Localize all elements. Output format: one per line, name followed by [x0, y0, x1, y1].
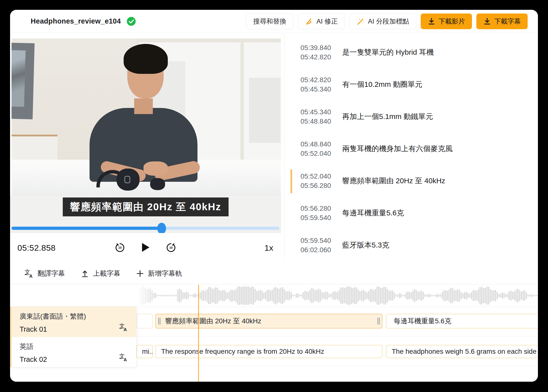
subtitle-end-time: 05:48.840	[300, 117, 342, 126]
svg-text:A: A	[124, 327, 127, 332]
active-row-indicator	[290, 169, 292, 193]
timeline: 響應頻率範圍由 20Hz 至 40kHz 每邊耳機重量5.6克 mi... Th…	[10, 284, 538, 382]
current-time: 05:52.858	[17, 243, 56, 253]
svg-text:10: 10	[118, 246, 122, 249]
timeline-subtitle-block[interactable]: The response frequency range is from 20H…	[155, 345, 382, 358]
subtitle-text: 是一隻雙單元的 Hybrid 耳機	[342, 47, 434, 57]
block-text: 每邊耳機重量5.6克	[394, 317, 451, 325]
subtitle-start-time: 05:52.040	[300, 172, 342, 181]
video-sideboard	[12, 135, 57, 163]
subtitle-row[interactable]: 05:52.04005:56.280 響應頻率範圍由 20Hz 至 40kHz	[285, 165, 538, 197]
timeline-subtitle-block[interactable]: mi...	[136, 345, 153, 358]
player-controls: 05:52.858 10 10 1x	[10, 233, 281, 262]
subtitle-end-time: 05:59.540	[300, 213, 342, 222]
subtitle-start-time: 05:59.540	[300, 236, 342, 245]
block-resize-handle[interactable]	[158, 318, 161, 325]
play-icon	[141, 242, 150, 253]
svg-text:A: A	[29, 274, 33, 278]
add-subtitle-track-button[interactable]: 新增字幕軌	[136, 269, 182, 278]
video-frame	[12, 39, 281, 196]
subtitle-end-time: 05:45.340	[300, 85, 342, 94]
waveform-fade	[134, 284, 157, 306]
header-actions: 搜尋和替換 AI 修正 AI 分段加標點 下載影片 下載字幕	[246, 13, 528, 29]
subtitle-list: 05:39.84005:42.820 是一隻雙單元的 Hybrid 耳機 05:…	[285, 33, 538, 262]
subtitle-row[interactable]: 05:39.84005:42.820 是一隻雙單元的 Hybrid 耳機	[285, 36, 538, 68]
translate-icon[interactable]: 文A	[119, 323, 128, 332]
timeline-subtitle-block[interactable]: The headphones weigh 5.6 grams on each s…	[386, 345, 538, 358]
timeline-subtitle-block[interactable]: 每邊耳機重量5.6克	[386, 314, 538, 328]
track-panel-row[interactable]: 英語 Track 02 文A	[12, 337, 136, 367]
play-button[interactable]	[141, 242, 150, 254]
track-panel-row[interactable]: 廣東話(書面語・繁體) Track 01 文A	[12, 307, 136, 337]
subtitle-start-time: 05:48.840	[300, 140, 342, 149]
playback-speed[interactable]: 1x	[264, 243, 273, 253]
translate-icon[interactable]: 文A	[119, 353, 128, 362]
video-earbud-case	[150, 178, 165, 190]
ai-segment-button[interactable]: AI 分段加標點	[349, 13, 416, 29]
rewind-10-button[interactable]: 10	[114, 242, 126, 254]
translate-icon: 文A	[24, 269, 34, 278]
block-text: mi...	[142, 348, 153, 355]
timeline-subtitle-block[interactable]	[136, 314, 153, 328]
translate-subtitles-button[interactable]: 文A 翻譯字幕	[24, 269, 65, 278]
ai-segment-label: AI 分段加標點	[368, 17, 409, 26]
plus-icon	[136, 270, 144, 277]
subtitle-row[interactable]: 05:42.82005:45.340 有一個10.2mm 動圈單元	[285, 68, 538, 101]
subtitle-row[interactable]: 05:56.28005:59.540 每邊耳機重量5.6克	[285, 197, 538, 229]
track-name: Track 02	[20, 355, 136, 364]
ai-fix-button[interactable]: AI 修正	[298, 13, 345, 29]
add-track-label: 新增字幕軌	[148, 269, 182, 278]
search-replace-label: 搜尋和替換	[253, 17, 286, 26]
app-header: Headphones_review_e104 搜尋和替換 AI 修正 AI 分段…	[10, 10, 538, 33]
download-icon	[428, 17, 435, 25]
svg-text:10: 10	[169, 246, 173, 249]
translate-label: 翻譯字幕	[38, 269, 65, 278]
search-replace-button[interactable]: 搜尋和替換	[246, 13, 293, 29]
seek-slider-thumb[interactable]	[157, 223, 166, 234]
playhead[interactable]	[198, 285, 199, 382]
subtitle-text: 每邊耳機重量5.6克	[342, 208, 404, 218]
forward-10-button[interactable]: 10	[165, 242, 177, 254]
subtitle-end-time: 06:02.060	[300, 245, 342, 255]
file-title-wrap: Headphones_review_e104	[31, 17, 136, 26]
block-text: 響應頻率範圍由 20Hz 至 40kHz	[165, 317, 261, 325]
video-player: 響應頻率範圍由 20Hz 至 40kHz 05:52.858 10 10 1x	[10, 33, 285, 262]
upload-subtitles-button[interactable]: 上載字幕	[81, 269, 120, 278]
audio-waveform[interactable]	[134, 285, 538, 306]
subtitle-row[interactable]: 05:45.34005:48.840 再加上一個5.1mm 動鐵單元	[285, 101, 538, 133]
seek-slider-fill	[12, 227, 162, 230]
seek-slider[interactable]	[12, 227, 279, 230]
track-name: Track 01	[20, 325, 136, 333]
download-subtitle-label: 下載字幕	[494, 17, 521, 26]
download-subtitle-button[interactable]: 下載字幕	[476, 13, 528, 29]
subtitle-text: 有一個10.2mm 動圈單元	[342, 79, 422, 90]
video-picture-frame	[12, 43, 35, 119]
rewind-10-icon: 10	[114, 242, 126, 253]
upload-icon	[81, 269, 89, 278]
subtitle-end-time: 05:52.040	[300, 149, 342, 158]
download-icon	[483, 17, 491, 25]
subtitle-row[interactable]: 05:48.84005:52.040 兩隻耳機的機身加上有六個麥克風	[285, 133, 538, 165]
subtitle-text: 響應頻率範圍由 20Hz 至 40kHz	[342, 176, 445, 186]
download-video-button[interactable]: 下載影片	[421, 13, 472, 29]
track-language: 廣東話(書面語・繁體)	[20, 312, 136, 321]
timeline-subtitle-block[interactable]: 響應頻率範圍由 20Hz 至 40kHz	[155, 314, 382, 328]
block-text: The headphones weigh 5.6 grams on each s…	[392, 348, 536, 355]
forward-10-icon: 10	[165, 242, 177, 253]
ai-fix-label: AI 修正	[316, 17, 338, 26]
track-language: 英語	[20, 342, 136, 351]
video-subtitle-overlay: 響應頻率範圍由 20Hz 至 40kHz	[63, 197, 228, 216]
track-panel: 廣東話(書面語・繁體) Track 01 文A 英語 Track 02 文A	[10, 307, 136, 367]
upload-label: 上載字幕	[93, 269, 120, 278]
saved-check-icon	[127, 17, 136, 26]
video-presenter-hair	[124, 44, 168, 74]
block-text: The response frequency range is from 20H…	[161, 348, 324, 355]
block-resize-handle[interactable]	[377, 318, 380, 325]
app-window: Headphones_review_e104 搜尋和替換 AI 修正 AI 分段…	[10, 10, 538, 382]
subtitle-row[interactable]: 05:59.54006:02.060 藍牙版本5.3克	[285, 229, 538, 261]
subtitle-text: 藍牙版本5.3克	[342, 240, 389, 250]
subtitle-start-time: 05:39.840	[300, 43, 342, 52]
download-video-label: 下載影片	[439, 17, 465, 26]
subtitle-toolbar: 文A 翻譯字幕 上載字幕 新增字幕軌	[10, 263, 538, 284]
wand-icon	[356, 17, 365, 26]
